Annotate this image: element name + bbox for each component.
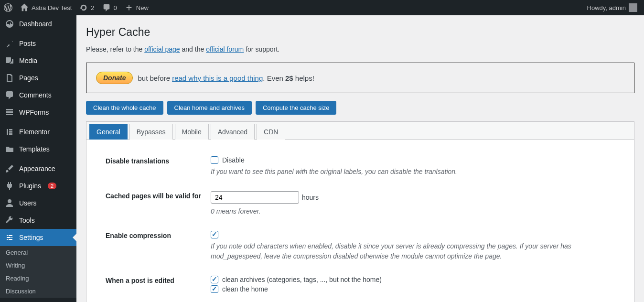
label-disable-translations: Disable translations bbox=[106, 156, 211, 165]
new-content-link[interactable]: New bbox=[121, 0, 152, 15]
sidebar-label: WPForms bbox=[19, 108, 49, 116]
submenu-reading[interactable]: Reading bbox=[0, 272, 76, 285]
valid-for-unit: hours bbox=[302, 194, 319, 201]
sidebar-label: Pages bbox=[19, 74, 38, 82]
sidebar-item-media[interactable]: Media bbox=[0, 52, 76, 69]
compute-cache-size-button[interactable]: Compute the cache size bbox=[256, 101, 336, 115]
account-link[interactable]: Howdy, admin bbox=[587, 3, 640, 12]
enable-compression-checkbox[interactable] bbox=[211, 231, 218, 238]
sidebar-item-settings[interactable]: Settings bbox=[0, 229, 76, 246]
sidebar-label: Posts bbox=[19, 40, 36, 47]
label-valid-for: Cached pages will be valid for bbox=[106, 191, 211, 200]
elementor-icon bbox=[5, 127, 14, 137]
official-forum-link[interactable]: official forum bbox=[206, 45, 244, 53]
label-post-edited: When a post is edited bbox=[106, 276, 211, 284]
page-icon bbox=[5, 73, 14, 83]
tab-mobile[interactable]: Mobile bbox=[175, 124, 209, 140]
sidebar-item-users[interactable]: Users bbox=[0, 194, 76, 212]
comments-link[interactable]: 0 bbox=[98, 0, 121, 15]
dashboard-icon bbox=[5, 19, 14, 29]
comment-icon bbox=[102, 3, 111, 12]
disable-translations-desc: If you want to see this panel with the o… bbox=[211, 167, 615, 177]
donate-why-link[interactable]: read why this is a good thing bbox=[172, 74, 263, 82]
home-icon bbox=[20, 3, 29, 12]
sidebar-item-wpforms[interactable]: WPForms bbox=[0, 104, 76, 121]
enable-compression-desc: If you note odd characters when enabled,… bbox=[211, 241, 615, 261]
official-page-link[interactable]: official page bbox=[144, 45, 180, 53]
clean-home-label: clean the home bbox=[222, 285, 268, 293]
admin-bar: Astra Dev Test 2 0 New Howdy, admin bbox=[0, 0, 644, 15]
plugin-icon bbox=[5, 181, 14, 191]
clean-archives-checkbox[interactable] bbox=[211, 276, 218, 283]
tab-cdn[interactable]: CDN bbox=[257, 124, 285, 140]
clean-archives-label: clean archives (categories, tags, ..., b… bbox=[222, 276, 382, 283]
valid-for-input[interactable] bbox=[211, 191, 299, 204]
sidebar-item-tools[interactable]: Tools bbox=[0, 212, 76, 229]
pin-icon bbox=[5, 39, 14, 48]
sidebar-label: Templates bbox=[19, 145, 50, 153]
clean-whole-cache-button[interactable]: Clean the whole cache bbox=[86, 101, 163, 115]
wp-logo[interactable] bbox=[0, 0, 16, 15]
tab-advanced[interactable]: Advanced bbox=[211, 124, 255, 140]
sidebar-item-plugins[interactable]: Plugins 2 bbox=[0, 177, 76, 194]
main-content: Hyper Cache Please, refer to the officia… bbox=[76, 15, 644, 302]
comment-icon bbox=[5, 90, 14, 100]
sidebar-item-dashboard[interactable]: Dashboard bbox=[0, 15, 76, 32]
clean-home-archives-button[interactable]: Clean home and archives bbox=[167, 101, 252, 115]
refresh-icon bbox=[79, 3, 88, 12]
updates-link[interactable]: 2 bbox=[75, 0, 98, 15]
admin-sidebar: Dashboard Posts Media Pages Comments WPF… bbox=[0, 15, 76, 302]
sidebar-item-appearance[interactable]: Appearance bbox=[0, 160, 76, 177]
site-name: Astra Dev Test bbox=[32, 4, 72, 11]
user-icon bbox=[5, 198, 14, 208]
form-icon bbox=[5, 108, 14, 117]
settings-tabs: General Bypasses Mobile Advanced CDN Dis… bbox=[86, 121, 634, 302]
donate-button[interactable]: Donate bbox=[96, 72, 133, 84]
media-icon bbox=[5, 56, 14, 65]
sidebar-label: Users bbox=[19, 199, 37, 207]
sidebar-item-templates[interactable]: Templates bbox=[0, 140, 76, 158]
sidebar-label: Elementor bbox=[19, 128, 50, 136]
sidebar-label: Appearance bbox=[19, 165, 55, 173]
tab-general[interactable]: General bbox=[89, 124, 128, 140]
valid-for-desc: 0 means forever. bbox=[211, 206, 615, 216]
clean-home-checkbox[interactable] bbox=[211, 285, 218, 293]
sidebar-item-elementor[interactable]: Elementor bbox=[0, 123, 76, 140]
folder-icon bbox=[5, 144, 14, 154]
new-label: New bbox=[136, 4, 149, 11]
sidebar-label: Media bbox=[19, 57, 37, 65]
sidebar-label: Comments bbox=[19, 91, 52, 99]
settings-icon bbox=[5, 233, 14, 242]
wordpress-icon bbox=[4, 3, 12, 12]
support-text: Please, refer to the official page and t… bbox=[86, 45, 634, 53]
howdy-text: Howdy, admin bbox=[587, 4, 626, 11]
sidebar-label: Settings bbox=[19, 234, 43, 241]
brush-icon bbox=[5, 164, 14, 173]
update-badge: 2 bbox=[48, 183, 56, 189]
avatar bbox=[629, 3, 637, 12]
donate-box: Donate but before read why this is a goo… bbox=[86, 63, 634, 93]
disable-checkbox-label: Disable bbox=[222, 156, 245, 164]
site-name-link[interactable]: Astra Dev Test bbox=[16, 0, 75, 15]
tab-bypasses[interactable]: Bypasses bbox=[129, 124, 173, 140]
sidebar-item-pages[interactable]: Pages bbox=[0, 69, 76, 86]
sidebar-item-comments[interactable]: Comments bbox=[0, 86, 76, 104]
updates-count: 2 bbox=[91, 4, 94, 11]
sidebar-item-posts[interactable]: Posts bbox=[0, 35, 76, 52]
label-enable-compression: Enable compression bbox=[106, 231, 211, 239]
submenu-general[interactable]: General bbox=[0, 246, 76, 259]
sidebar-label: Tools bbox=[19, 216, 35, 224]
plus-icon bbox=[125, 3, 133, 12]
sidebar-label: Plugins bbox=[19, 182, 41, 190]
submenu-discussion[interactable]: Discussion bbox=[0, 285, 76, 298]
page-title: Hyper Cache bbox=[86, 26, 634, 39]
wrench-icon bbox=[5, 216, 14, 225]
comments-count: 0 bbox=[114, 4, 117, 11]
disable-translations-checkbox[interactable] bbox=[211, 156, 218, 164]
submenu-writing[interactable]: Writing bbox=[0, 259, 76, 272]
sidebar-label: Dashboard bbox=[19, 20, 52, 28]
